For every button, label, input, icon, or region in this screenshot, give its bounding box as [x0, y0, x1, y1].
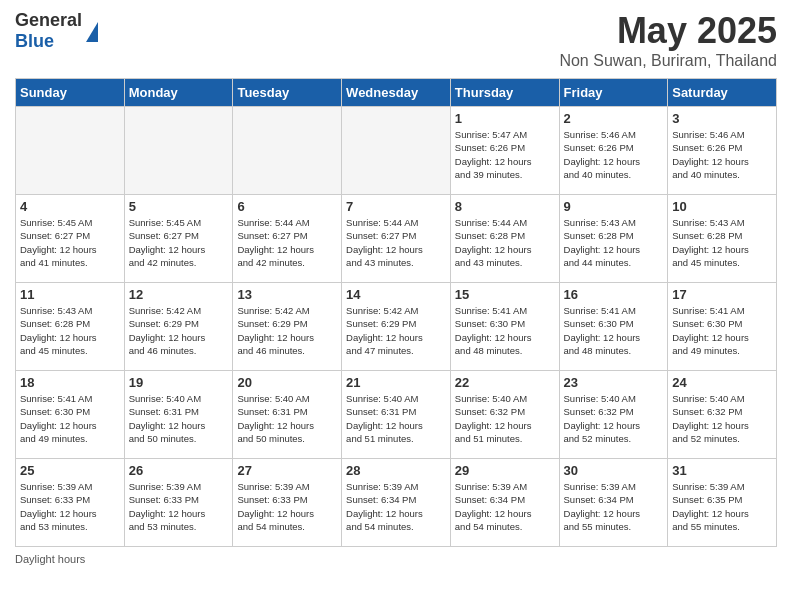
day-number: 11 — [20, 287, 120, 302]
calendar-day-cell: 14Sunrise: 5:42 AM Sunset: 6:29 PM Dayli… — [342, 283, 451, 371]
day-info: Sunrise: 5:45 AM Sunset: 6:27 PM Dayligh… — [129, 216, 229, 269]
calendar-table: SundayMondayTuesdayWednesdayThursdayFrid… — [15, 78, 777, 547]
calendar-day-cell: 1Sunrise: 5:47 AM Sunset: 6:26 PM Daylig… — [450, 107, 559, 195]
day-info: Sunrise: 5:41 AM Sunset: 6:30 PM Dayligh… — [672, 304, 772, 357]
day-info: Sunrise: 5:39 AM Sunset: 6:34 PM Dayligh… — [564, 480, 664, 533]
day-number: 23 — [564, 375, 664, 390]
calendar-day-cell: 23Sunrise: 5:40 AM Sunset: 6:32 PM Dayli… — [559, 371, 668, 459]
calendar-day-cell: 29Sunrise: 5:39 AM Sunset: 6:34 PM Dayli… — [450, 459, 559, 547]
day-number: 29 — [455, 463, 555, 478]
day-info: Sunrise: 5:40 AM Sunset: 6:31 PM Dayligh… — [237, 392, 337, 445]
calendar-day-cell: 2Sunrise: 5:46 AM Sunset: 6:26 PM Daylig… — [559, 107, 668, 195]
calendar-day-cell: 26Sunrise: 5:39 AM Sunset: 6:33 PM Dayli… — [124, 459, 233, 547]
day-number: 5 — [129, 199, 229, 214]
header-cell: Monday — [124, 79, 233, 107]
calendar-day-cell: 21Sunrise: 5:40 AM Sunset: 6:31 PM Dayli… — [342, 371, 451, 459]
day-number: 18 — [20, 375, 120, 390]
day-number: 16 — [564, 287, 664, 302]
calendar-day-cell: 3Sunrise: 5:46 AM Sunset: 6:26 PM Daylig… — [668, 107, 777, 195]
calendar-week-row: 11Sunrise: 5:43 AM Sunset: 6:28 PM Dayli… — [16, 283, 777, 371]
logo-text: General Blue — [15, 10, 82, 52]
day-number: 21 — [346, 375, 446, 390]
day-info: Sunrise: 5:40 AM Sunset: 6:31 PM Dayligh… — [346, 392, 446, 445]
day-number: 4 — [20, 199, 120, 214]
calendar-day-cell: 10Sunrise: 5:43 AM Sunset: 6:28 PM Dayli… — [668, 195, 777, 283]
day-number: 17 — [672, 287, 772, 302]
calendar-day-cell: 4Sunrise: 5:45 AM Sunset: 6:27 PM Daylig… — [16, 195, 125, 283]
day-info: Sunrise: 5:42 AM Sunset: 6:29 PM Dayligh… — [237, 304, 337, 357]
day-info: Sunrise: 5:46 AM Sunset: 6:26 PM Dayligh… — [672, 128, 772, 181]
day-number: 20 — [237, 375, 337, 390]
calendar-day-cell: 6Sunrise: 5:44 AM Sunset: 6:27 PM Daylig… — [233, 195, 342, 283]
calendar-day-cell: 30Sunrise: 5:39 AM Sunset: 6:34 PM Dayli… — [559, 459, 668, 547]
day-number: 6 — [237, 199, 337, 214]
day-info: Sunrise: 5:39 AM Sunset: 6:34 PM Dayligh… — [455, 480, 555, 533]
day-number: 25 — [20, 463, 120, 478]
calendar-week-row: 18Sunrise: 5:41 AM Sunset: 6:30 PM Dayli… — [16, 371, 777, 459]
header-row: SundayMondayTuesdayWednesdayThursdayFrid… — [16, 79, 777, 107]
header-cell: Tuesday — [233, 79, 342, 107]
day-number: 12 — [129, 287, 229, 302]
header-cell: Sunday — [16, 79, 125, 107]
header-cell: Friday — [559, 79, 668, 107]
day-info: Sunrise: 5:44 AM Sunset: 6:27 PM Dayligh… — [346, 216, 446, 269]
logo-blue: Blue — [15, 31, 82, 52]
header-cell: Wednesday — [342, 79, 451, 107]
day-info: Sunrise: 5:41 AM Sunset: 6:30 PM Dayligh… — [564, 304, 664, 357]
day-number: 3 — [672, 111, 772, 126]
day-number: 30 — [564, 463, 664, 478]
header-cell: Thursday — [450, 79, 559, 107]
calendar-week-row: 1Sunrise: 5:47 AM Sunset: 6:26 PM Daylig… — [16, 107, 777, 195]
day-number: 26 — [129, 463, 229, 478]
day-info: Sunrise: 5:42 AM Sunset: 6:29 PM Dayligh… — [346, 304, 446, 357]
day-number: 9 — [564, 199, 664, 214]
calendar-day-cell: 13Sunrise: 5:42 AM Sunset: 6:29 PM Dayli… — [233, 283, 342, 371]
day-number: 28 — [346, 463, 446, 478]
day-info: Sunrise: 5:42 AM Sunset: 6:29 PM Dayligh… — [129, 304, 229, 357]
day-info: Sunrise: 5:40 AM Sunset: 6:32 PM Dayligh… — [672, 392, 772, 445]
day-info: Sunrise: 5:43 AM Sunset: 6:28 PM Dayligh… — [20, 304, 120, 357]
subtitle: Non Suwan, Buriram, Thailand — [559, 52, 777, 70]
calendar-day-cell: 25Sunrise: 5:39 AM Sunset: 6:33 PM Dayli… — [16, 459, 125, 547]
calendar-day-cell: 31Sunrise: 5:39 AM Sunset: 6:35 PM Dayli… — [668, 459, 777, 547]
calendar-day-cell — [124, 107, 233, 195]
day-info: Sunrise: 5:45 AM Sunset: 6:27 PM Dayligh… — [20, 216, 120, 269]
calendar-day-cell: 24Sunrise: 5:40 AM Sunset: 6:32 PM Dayli… — [668, 371, 777, 459]
calendar-day-cell — [233, 107, 342, 195]
day-number: 22 — [455, 375, 555, 390]
calendar-day-cell: 12Sunrise: 5:42 AM Sunset: 6:29 PM Dayli… — [124, 283, 233, 371]
logo: General Blue — [15, 10, 98, 52]
day-number: 7 — [346, 199, 446, 214]
calendar-day-cell — [342, 107, 451, 195]
logo-triangle-icon — [86, 22, 98, 42]
day-number: 13 — [237, 287, 337, 302]
calendar-day-cell: 5Sunrise: 5:45 AM Sunset: 6:27 PM Daylig… — [124, 195, 233, 283]
calendar-day-cell: 22Sunrise: 5:40 AM Sunset: 6:32 PM Dayli… — [450, 371, 559, 459]
day-number: 10 — [672, 199, 772, 214]
day-number: 14 — [346, 287, 446, 302]
header: General Blue May 2025 Non Suwan, Buriram… — [15, 10, 777, 70]
calendar-day-cell: 11Sunrise: 5:43 AM Sunset: 6:28 PM Dayli… — [16, 283, 125, 371]
calendar-day-cell: 27Sunrise: 5:39 AM Sunset: 6:33 PM Dayli… — [233, 459, 342, 547]
calendar-day-cell: 19Sunrise: 5:40 AM Sunset: 6:31 PM Dayli… — [124, 371, 233, 459]
day-info: Sunrise: 5:43 AM Sunset: 6:28 PM Dayligh… — [564, 216, 664, 269]
logo-general: General — [15, 10, 82, 31]
day-number: 15 — [455, 287, 555, 302]
day-number: 8 — [455, 199, 555, 214]
day-info: Sunrise: 5:44 AM Sunset: 6:28 PM Dayligh… — [455, 216, 555, 269]
page-container: General Blue May 2025 Non Suwan, Buriram… — [0, 0, 792, 575]
day-info: Sunrise: 5:40 AM Sunset: 6:31 PM Dayligh… — [129, 392, 229, 445]
calendar-day-cell: 16Sunrise: 5:41 AM Sunset: 6:30 PM Dayli… — [559, 283, 668, 371]
day-info: Sunrise: 5:40 AM Sunset: 6:32 PM Dayligh… — [455, 392, 555, 445]
calendar-day-cell: 7Sunrise: 5:44 AM Sunset: 6:27 PM Daylig… — [342, 195, 451, 283]
calendar-week-row: 4Sunrise: 5:45 AM Sunset: 6:27 PM Daylig… — [16, 195, 777, 283]
day-number: 31 — [672, 463, 772, 478]
day-info: Sunrise: 5:47 AM Sunset: 6:26 PM Dayligh… — [455, 128, 555, 181]
day-number: 2 — [564, 111, 664, 126]
calendar-day-cell: 9Sunrise: 5:43 AM Sunset: 6:28 PM Daylig… — [559, 195, 668, 283]
calendar-day-cell: 17Sunrise: 5:41 AM Sunset: 6:30 PM Dayli… — [668, 283, 777, 371]
day-info: Sunrise: 5:40 AM Sunset: 6:32 PM Dayligh… — [564, 392, 664, 445]
calendar-day-cell: 15Sunrise: 5:41 AM Sunset: 6:30 PM Dayli… — [450, 283, 559, 371]
footer-label: Daylight hours — [15, 553, 85, 565]
day-info: Sunrise: 5:43 AM Sunset: 6:28 PM Dayligh… — [672, 216, 772, 269]
